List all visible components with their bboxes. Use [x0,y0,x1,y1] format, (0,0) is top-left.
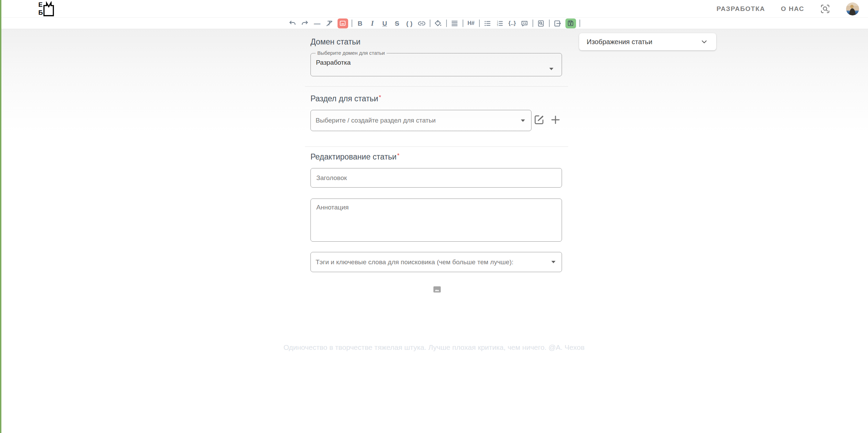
section-title-razdel: Раздел для статьи* [310,94,381,103]
article-image-placeholder[interactable] [432,285,442,294]
dropdown-arrow-icon [521,119,525,122]
strikethrough-button[interactable]: S [393,18,402,28]
undo-icon [289,20,296,27]
search-button[interactable] [820,4,830,14]
section-divider [305,86,568,87]
add-section-button[interactable] [550,114,561,127]
required-asterisk: * [397,152,400,159]
link-button[interactable] [417,18,426,28]
align-justify-button[interactable] [450,18,459,28]
footer-quote: Одиночество в творчестве тяжелая штука. … [0,343,868,352]
razdel-select-placeholder: Выберите / создайте раздел для статьи [311,117,521,124]
underline-glyph: U [382,20,387,27]
section-title-editing: Редактирование статьи* [310,152,400,162]
article-images-title: Изображения статьи [587,38,700,46]
export-document-icon [553,20,561,27]
domain-select-value: Разработка [316,59,558,66]
preview-document-button[interactable] [537,18,546,28]
insert-image-button[interactable] [338,18,348,28]
tags-select[interactable]: Тэги и ключевые слова для поисковика (че… [310,252,562,272]
nav-item-razrabotka[interactable]: РАЗРАБОТКА [717,5,765,13]
toolbar-divider [479,20,480,27]
numbered-list-icon: 1 2 3 [496,20,504,27]
bold-button[interactable]: B [356,18,365,28]
edit-square-icon [533,114,545,126]
nav-item-o-nas[interactable]: О НАС [781,5,804,13]
toolbar-divider [352,20,352,27]
title-input[interactable] [310,168,562,188]
undo-button[interactable] [288,18,297,28]
code-block-glyph: {..} [509,21,516,26]
link-icon [418,20,426,27]
svg-text:3: 3 [497,24,498,26]
svg-text:Б: Б [38,9,43,16]
align-justify-icon [451,20,459,27]
annotation-textarea[interactable] [310,199,562,242]
toolbar-divider [430,20,430,27]
format-clear-button[interactable] [325,18,334,28]
fill-color-icon [434,20,442,27]
parentheses-glyph: ( ) [406,20,413,27]
code-block-button[interactable]: {..} [508,18,517,28]
blockquote-button[interactable] [520,18,529,28]
dropdown-arrow-icon [549,68,553,70]
top-nav: РАЗРАБОТКА О НАС [717,2,859,15]
domain-select[interactable]: Выберите домен для статьи Разработка [310,50,562,76]
bulleted-list-button[interactable] [483,18,492,28]
fill-color-button[interactable] [434,18,443,28]
insert-image-icon [339,20,346,27]
avatar-photo [846,2,859,15]
edit-section-button[interactable] [533,114,545,127]
toolbar-divider [463,20,463,27]
numbered-list-button[interactable]: 1 2 3 [496,18,504,28]
redo-icon [301,20,309,27]
italic-button[interactable]: I [368,18,377,28]
horizontal-rule-glyph: — [314,20,320,27]
heading-glyph: H# [467,21,474,26]
toolbar-divider [579,20,580,27]
site-logo[interactable]: Е Б [38,1,55,16]
parentheses-button[interactable]: ( ) [405,18,414,28]
redo-button[interactable] [301,18,309,28]
save-button[interactable] [565,18,576,28]
horizontal-rule-button[interactable]: — [313,18,322,28]
article-images-accordion[interactable]: Изображения статьи [579,33,716,50]
chevron-down-icon [700,37,709,46]
preview-document-icon [537,20,545,27]
search-scan-icon [820,4,830,14]
logo-monogram-icon: Е Б [38,1,55,16]
section-title-razdel-text: Раздел для статьи [310,94,378,103]
user-avatar[interactable] [846,2,859,15]
razdel-select[interactable]: Выберите / создайте раздел для статьи [310,110,531,131]
editor-toolbar: — B I U S ( ) [0,18,868,29]
section-title-domain-text: Домен статьи [310,37,360,46]
bulleted-list-icon [484,20,491,27]
strikethrough-glyph: S [395,20,399,27]
left-accent-border [0,0,1,433]
toolbar-divider [446,20,447,27]
section-title-editing-text: Редактирование статьи [310,152,396,161]
main-content: Домен статьи Выберите домен для статьи Р… [0,29,868,433]
dropdown-arrow-icon [551,261,555,263]
header: Е Б РАЗРАБОТКА О НАС [0,0,868,18]
section-divider [305,147,568,147]
italic-glyph: I [371,20,374,27]
bold-glyph: B [358,20,363,27]
plus-icon [550,114,561,126]
tags-select-placeholder: Тэги и ключевые слова для поисковика (че… [311,258,551,266]
underline-button[interactable]: U [380,18,389,28]
domain-select-label: Выберите домен для статьи [316,50,387,56]
format-clear-icon [326,20,333,27]
required-asterisk: * [379,94,381,101]
toolbar-divider [549,20,550,27]
blockquote-icon [521,20,528,27]
section-title-domain: Домен статьи [310,37,360,47]
svg-text:Е: Е [38,1,42,8]
heading-button[interactable]: H# [467,18,476,28]
export-document-button[interactable] [553,18,562,28]
image-placeholder-icon [432,285,442,294]
toolbar-divider [533,20,533,27]
save-icon [567,20,574,27]
